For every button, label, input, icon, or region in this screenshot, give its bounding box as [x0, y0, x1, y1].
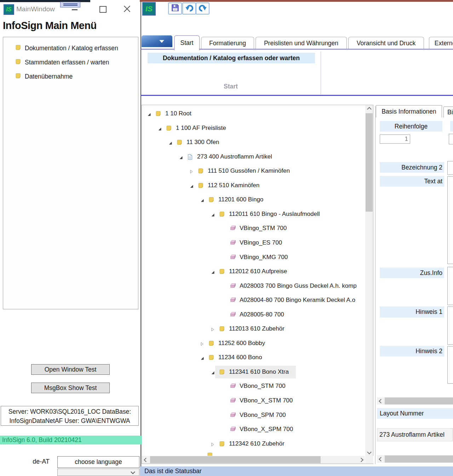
tree-item[interactable]: 112342 610 Zubehör — [142, 437, 365, 451]
tab-formatierung[interactable]: Formatierung — [201, 37, 254, 49]
collapse-toggle-icon[interactable] — [179, 155, 183, 159]
collapse-toggle-icon[interactable] — [190, 183, 194, 188]
collapse-toggle-icon[interactable] — [200, 355, 205, 360]
expand-toggle-icon[interactable] — [211, 442, 215, 446]
folder-icon — [198, 168, 204, 175]
layout-nummer-value[interactable]: 273 Austroflamm Artikel — [377, 428, 453, 441]
panel-hscrollbar-1[interactable] — [377, 397, 453, 405]
open-window-test-button[interactable]: Open Window Test — [31, 364, 110, 375]
tree-item[interactable]: 11234 600 Bono — [142, 350, 365, 365]
msgbox-show-test-button[interactable]: MsgBox Show Test — [31, 383, 110, 393]
tree-item[interactable]: VBono_STM 700 — [142, 379, 365, 393]
tab-label: Preislisten und Währungen — [264, 40, 338, 47]
scroll-right-arrow[interactable] — [357, 456, 365, 464]
tree-item[interactable]: A028005-80 700 — [142, 308, 365, 322]
tree-item[interactable]: 112012 610 Aufpreise — [142, 264, 365, 279]
folder-icon — [15, 73, 21, 80]
tree-item[interactable]: 1 10 Root — [142, 107, 365, 121]
tree-item-label: VBingo_STM 700 — [240, 221, 287, 235]
collapse-toggle-icon[interactable] — [158, 126, 162, 130]
partial-input[interactable] — [449, 134, 453, 144]
scroll-left-arrow[interactable] — [377, 397, 385, 405]
window-grip[interactable] — [60, 2, 80, 7]
scroll-left-arrow[interactable] — [142, 456, 150, 464]
language-combobox[interactable] — [57, 469, 139, 476]
tree-item[interactable]: 111 510 Gussöfen / Kaminöfen — [142, 164, 365, 178]
minimize-icon[interactable] — [72, 9, 78, 10]
tab-externe[interactable]: Externe — [429, 37, 453, 49]
page-title: InfoSign Main Menü — [3, 20, 97, 31]
tree-item[interactable]: 112013 610 Zubehör — [142, 322, 365, 336]
scroll-up-arrow[interactable] — [365, 105, 373, 113]
tab-label: Basis Informationen — [382, 108, 436, 115]
tab-voransicht[interactable]: Voransicht und Druck — [348, 37, 424, 49]
zusinfo-textarea[interactable] — [447, 267, 453, 305]
bezeichnung2-input[interactable] — [447, 161, 453, 175]
expand-toggle-icon[interactable] — [190, 169, 194, 173]
tree-item[interactable]: 273 400 Austroflamm Artikel — [142, 150, 365, 164]
tree-hscrollbar[interactable] — [142, 456, 365, 464]
status-text: Das ist die Statusbar — [144, 468, 201, 475]
ribbon-command-button[interactable]: Dokumentation / Katalog erfassen oder wa… — [148, 53, 315, 63]
expand-toggle-icon[interactable] — [211, 327, 215, 331]
menu-item-stammdaten[interactable]: Stammdaten erfassen / warten — [15, 55, 136, 69]
hscroll-thumb[interactable] — [385, 397, 453, 405]
menu-item-datenuebernahme[interactable]: Datenübernahme — [15, 69, 136, 84]
collapse-toggle-icon[interactable] — [168, 140, 173, 144]
collapse-toggle-icon[interactable] — [211, 212, 215, 216]
scroll-down-arrow[interactable] — [365, 448, 373, 456]
close-icon[interactable] — [123, 5, 131, 12]
collapse-toggle-icon[interactable] — [211, 370, 215, 374]
hinweis1-textarea[interactable] — [447, 306, 453, 345]
tab-preislisten[interactable]: Preislisten und Währungen — [256, 37, 347, 49]
collapse-toggle-icon[interactable] — [211, 269, 215, 274]
reihenfolge-input[interactable]: 1 — [380, 134, 410, 144]
tree-item[interactable]: VBono_SPM 700 — [142, 408, 365, 422]
tree-item[interactable]: 11201 600 Bingo — [142, 193, 365, 207]
hinweis2-textarea[interactable] — [447, 346, 453, 384]
tree: 1 10 Root1 100 AF Preisliste11 300 Öfen2… — [142, 105, 365, 456]
expand-toggle-icon[interactable] — [200, 341, 205, 345]
tree-item-label: VBingo_KMG 700 — [240, 250, 288, 264]
tree-item[interactable]: VBono_X_SPM 700 — [142, 422, 365, 436]
save-button[interactable] — [168, 2, 182, 15]
tree-item[interactable]: VBingo_KMG 700 — [142, 250, 365, 264]
hscroll-thumb[interactable] — [150, 456, 321, 463]
screen: IS Start Formatierung Preislisten und Wä… — [0, 0, 453, 476]
panel-hscrollbar-2[interactable] — [377, 455, 453, 463]
undo-button[interactable] — [182, 2, 196, 15]
box-icon — [230, 297, 236, 304]
tree-vscrollbar[interactable] — [365, 105, 373, 456]
tab-start[interactable]: Start — [174, 35, 200, 50]
text-at-textarea[interactable] — [447, 176, 453, 264]
maximize-icon[interactable] — [99, 6, 107, 13]
collapse-toggle-icon[interactable] — [147, 111, 151, 116]
tree-item[interactable]: VBingo_STM 700 — [142, 221, 365, 235]
tree-item[interactable]: 11 300 Öfen — [142, 135, 365, 149]
panel-tab-basis[interactable]: Basis Informationen — [376, 105, 442, 117]
scroll-left-arrow[interactable] — [377, 455, 385, 463]
vscroll-thumb[interactable] — [366, 113, 373, 212]
build-banner: InfoSign 6.0, Build 20210421 — [0, 436, 142, 445]
tree-item-label: A028004-80 700 Bingo Keramik Deckel A.o — [240, 293, 355, 307]
menu-item-label: Datenübernahme — [25, 73, 73, 80]
tree-item[interactable]: 112011 610 Bingo - Auslaufmodell — [142, 207, 365, 221]
hscroll-thumb[interactable] — [385, 455, 453, 463]
redo-button[interactable] — [196, 2, 210, 15]
panel-tab-bild[interactable]: Bild — [443, 107, 453, 117]
tree-item[interactable]: 1 100 AF Preisliste — [142, 121, 365, 135]
tree-item[interactable]: VBono_X_STM 700 — [142, 394, 365, 408]
box-icon — [230, 426, 236, 433]
collapse-toggle-icon[interactable] — [200, 197, 205, 202]
tree-item[interactable]: A028004-80 700 Bingo Keramik Deckel A.o — [142, 293, 365, 307]
choose-language-button[interactable]: choose language — [57, 456, 139, 468]
tree-item-label: VBono_X_SPM 700 — [240, 422, 293, 436]
tree-item[interactable]: VBingo_ES 700 — [142, 236, 365, 250]
tree-item[interactable]: 112341 610 Bono Xtra — [142, 365, 365, 379]
tree-item[interactable]: A028003 700 Bingo Guss Deckel A.h. komp — [142, 279, 365, 293]
box-icon — [230, 383, 236, 390]
tree-item[interactable]: 112 510 Kaminöfen — [142, 178, 365, 193]
menu-item-dokumentation[interactable]: Dokumentation / Katalog erfassen — [15, 41, 136, 55]
tree-item[interactable]: 11252 600 Bobby — [142, 336, 365, 350]
ribbon-menu-button[interactable] — [142, 35, 172, 47]
